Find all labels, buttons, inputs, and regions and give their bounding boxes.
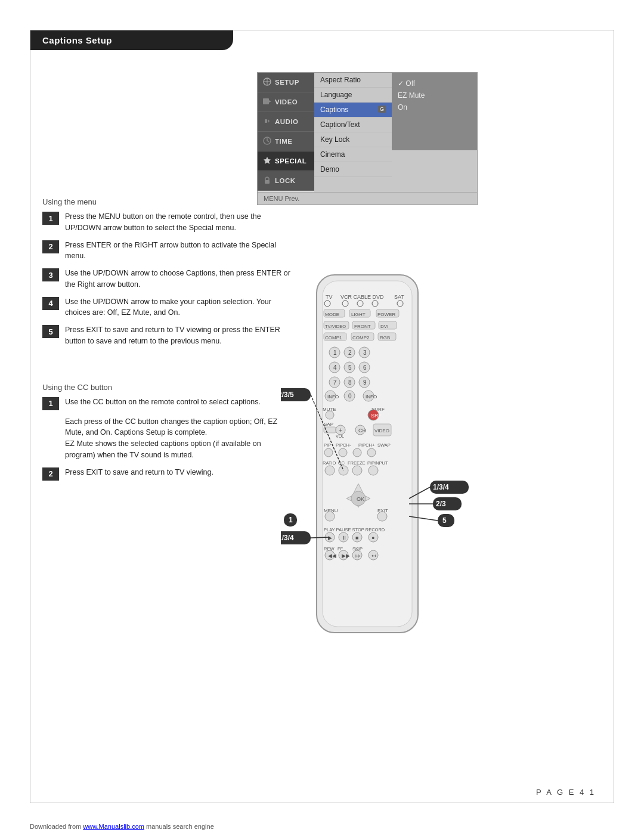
- svg-point-81: [324, 448, 333, 457]
- menu-caption-text: Caption/Text: [314, 117, 392, 132]
- svg-text:VIDEO: VIDEO: [374, 428, 389, 433]
- sub-off: Off: [398, 78, 471, 89]
- menu-key-lock: Key Lock: [314, 132, 392, 147]
- svg-text:9: 9: [363, 379, 367, 386]
- svg-text:RGB: RGB: [380, 335, 390, 340]
- svg-text:FRONT: FRONT: [354, 324, 371, 329]
- menu-sub-column: Off EZ Mute On: [392, 73, 477, 150]
- svg-text:INFO: INFO: [327, 394, 339, 400]
- svg-text:COMP2: COMP2: [352, 335, 370, 340]
- sub-ez-mute: EZ Mute: [398, 89, 471, 101]
- svg-point-82: [339, 448, 347, 457]
- step-badge-1: 1: [42, 212, 59, 225]
- step-badge-3: 3: [42, 268, 59, 281]
- svg-point-92: [369, 466, 378, 475]
- svg-text:SAT: SAT: [394, 294, 404, 300]
- cc-step-2: 2 Press EXIT to save and return to TV vi…: [42, 467, 293, 481]
- svg-text:+: +: [339, 426, 342, 433]
- svg-text:MODE: MODE: [325, 312, 339, 317]
- svg-text:RATIO: RATIO: [323, 460, 336, 466]
- menu-language: Language: [314, 88, 392, 103]
- svg-text:6: 6: [363, 364, 367, 371]
- step-text-1: Press the MENU button on the remote cont…: [65, 211, 293, 234]
- svg-point-84: [367, 448, 376, 457]
- menu-step-4: 4 Use the UP/DOWN arrow to make your cap…: [42, 296, 293, 319]
- menu-captions: Captions G: [314, 103, 392, 117]
- svg-text:POWER: POWER: [377, 312, 395, 317]
- svg-text:5: 5: [442, 516, 447, 525]
- step-badge-5: 5: [42, 325, 59, 338]
- menu-cinema: Cinema: [314, 147, 392, 162]
- svg-text:0: 0: [348, 393, 352, 400]
- svg-text:PIP: PIP: [324, 442, 331, 448]
- title-bar: Captions Setup: [30, 30, 233, 50]
- sub-on: On: [398, 101, 471, 113]
- svg-text:◀◀: ◀◀: [328, 553, 336, 559]
- step-text-4: Use the UP/DOWN arrow to make your capti…: [65, 296, 293, 319]
- svg-text:SWAP: SWAP: [377, 442, 391, 448]
- svg-text:COMP1: COMP1: [325, 335, 342, 340]
- svg-point-65: [326, 411, 334, 419]
- left-content-area: Using the menu 1 Press the MENU button o…: [42, 60, 293, 487]
- cc-step-1: 1 Use the CC button on the remote contro…: [42, 397, 293, 410]
- svg-text:1: 1: [289, 516, 293, 524]
- svg-text:●: ●: [371, 535, 374, 541]
- menu-items-column: Aspect Ratio Language Captions G Caption…: [314, 73, 392, 177]
- svg-rect-69: [324, 427, 336, 433]
- svg-text:PIPCH+: PIPCH+: [358, 442, 375, 448]
- menu-step-1: 1 Press the MENU button on the remote co…: [42, 211, 293, 234]
- svg-text:↦: ↦: [355, 553, 360, 559]
- cc-step-desc: Each press of the CC button changes the …: [42, 416, 293, 461]
- svg-text:↤: ↤: [371, 553, 376, 559]
- menu-step-2: 2 Press ENTER or the RIGHT arrow button …: [42, 240, 293, 262]
- step-badge-4: 4: [42, 297, 59, 310]
- svg-text:2: 2: [348, 349, 352, 356]
- svg-text:PIPCH-: PIPCH-: [336, 442, 351, 448]
- svg-text:OK: OK: [357, 496, 364, 502]
- svg-text:1/3/4: 1/3/4: [281, 534, 294, 542]
- step-badge-2: 2: [42, 240, 59, 253]
- menu-step-5: 5 Press EXIT to save and return to TV vi…: [42, 324, 293, 347]
- svg-text:SRF: SRF: [371, 413, 382, 419]
- cc-badge-1: 1: [42, 397, 59, 410]
- step-text-5: Press EXIT to save and return to TV view…: [65, 324, 293, 347]
- cc-text-desc: Each press of the CC button changes the …: [65, 416, 293, 461]
- svg-text:1/3/4: 1/3/4: [433, 483, 449, 491]
- step-text-2: Press ENTER or the RIGHT arrow button to…: [65, 240, 293, 262]
- remote-svg: TV VCR CABLE DVD SAT MODE LIGHT POWER TV…: [281, 269, 496, 657]
- cc-text-2: Press EXIT to save and return to TV view…: [65, 467, 213, 478]
- using-menu-heading: Using the menu: [42, 197, 293, 206]
- page-container: Captions Setup SETUP VIDEO: [30, 30, 614, 803]
- svg-text:TV: TV: [326, 294, 333, 300]
- page-title: Captions Setup: [42, 35, 112, 45]
- svg-text:▶: ▶: [328, 535, 332, 541]
- svg-text:⏸: ⏸: [342, 535, 347, 541]
- step-text-3: Use the UP/DOWN arrow to choose Captions…: [65, 268, 293, 290]
- svg-text:INFO: INFO: [366, 394, 377, 400]
- svg-text:4: 4: [333, 364, 337, 371]
- menu-main-area: Aspect Ratio Language Captions G Caption…: [314, 73, 477, 192]
- svg-text:2/3/5: 2/3/5: [281, 391, 294, 399]
- cc-badge-2: 2: [42, 467, 59, 481]
- remote-control-area: TV VCR CABLE DVD SAT MODE LIGHT POWER TV…: [281, 269, 496, 657]
- svg-point-101: [325, 512, 335, 521]
- svg-text:1: 1: [333, 349, 337, 356]
- manualslib-link[interactable]: www.Manualslib.com: [83, 823, 144, 830]
- svg-point-91: [352, 466, 362, 475]
- cc-text-1: Use the CC button on the remote control …: [65, 397, 261, 408]
- using-cc-heading: Using the CC button: [42, 383, 293, 392]
- svg-point-102: [377, 512, 387, 521]
- svg-text:2/3: 2/3: [436, 500, 446, 508]
- menu-step-3: 3 Use the UP/DOWN arrow to choose Captio…: [42, 268, 293, 290]
- svg-text:SAP: SAP: [324, 422, 333, 427]
- svg-line-130: [311, 537, 330, 538]
- svg-text:PIPINPUT: PIPINPUT: [367, 460, 388, 466]
- menu-aspect-ratio: Aspect Ratio: [314, 73, 392, 88]
- svg-text:5: 5: [348, 364, 352, 371]
- svg-text:VCR CABLE DVD: VCR CABLE DVD: [340, 294, 384, 300]
- svg-point-83: [353, 448, 361, 457]
- svg-text:3: 3: [363, 349, 367, 356]
- svg-text:7: 7: [333, 379, 337, 386]
- svg-text:DVI: DVI: [380, 324, 388, 329]
- svg-text:■: ■: [355, 535, 358, 541]
